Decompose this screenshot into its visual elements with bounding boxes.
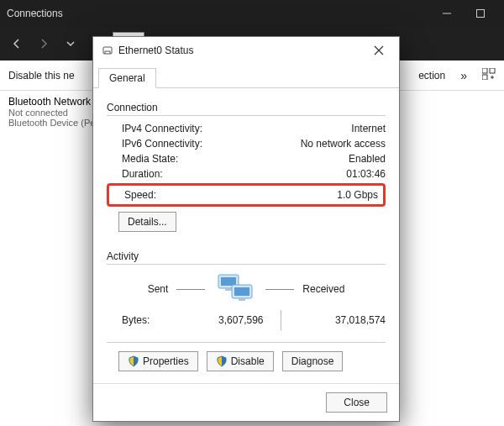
svg-rect-5 bbox=[482, 75, 487, 80]
group-activity: Activity bbox=[107, 250, 386, 262]
dialog-title: Ethernet0 Status bbox=[118, 45, 193, 56]
tabstrip: General bbox=[93, 67, 399, 88]
media-value: Enabled bbox=[285, 153, 386, 165]
dialog-close-button[interactable] bbox=[367, 39, 391, 62]
speed-value: 1.0 Gbps bbox=[277, 189, 378, 201]
nav-dropdown[interactable] bbox=[59, 30, 82, 57]
svg-rect-12 bbox=[239, 298, 245, 301]
maximize-button[interactable] bbox=[464, 0, 497, 27]
bytes-sent: 3,607,596 bbox=[176, 314, 281, 326]
disable-label: Disable bbox=[231, 355, 265, 367]
svg-rect-3 bbox=[482, 68, 487, 73]
chevron-down-icon bbox=[66, 39, 75, 48]
minimize-button[interactable] bbox=[430, 0, 464, 27]
row-ipv4: IPv4 Connectivity: Internet bbox=[107, 121, 386, 136]
parent-titlebar: Connections bbox=[0, 0, 504, 27]
cmd-overflow[interactable]: » bbox=[460, 69, 467, 82]
nav-forward-button[interactable] bbox=[32, 30, 55, 57]
maximize-icon bbox=[476, 9, 485, 18]
duration-label: Duration: bbox=[122, 168, 285, 180]
shield-icon bbox=[128, 355, 139, 367]
row-ipv6: IPv6 Connectivity: No network access bbox=[107, 136, 386, 151]
divider bbox=[107, 342, 386, 343]
duration-value: 01:03:46 bbox=[285, 168, 386, 180]
speed-label: Speed: bbox=[124, 189, 277, 201]
ipv6-value: No network access bbox=[285, 138, 386, 150]
cmd-connection[interactable]: ection bbox=[418, 70, 445, 82]
view-options-button[interactable] bbox=[482, 68, 496, 82]
row-bytes: Bytes: 3,607,596 37,018,574 bbox=[107, 308, 386, 332]
bytes-received: 37,018,574 bbox=[281, 314, 386, 326]
ethernet-status-dialog: Ethernet0 Status General Connection IPv4… bbox=[92, 36, 400, 422]
group-connection: Connection bbox=[107, 102, 386, 113]
dialog-titlebar[interactable]: Ethernet0 Status bbox=[93, 37, 399, 64]
ipv4-value: Internet bbox=[285, 123, 386, 134]
arrow-right-icon bbox=[38, 38, 50, 50]
activity-graphic: Sent Received bbox=[107, 273, 386, 305]
diagnose-button[interactable]: Diagnose bbox=[282, 351, 344, 371]
details-button[interactable]: Details... bbox=[118, 212, 176, 232]
nav-back-button[interactable] bbox=[5, 30, 29, 57]
view-icon bbox=[482, 68, 496, 80]
properties-label: Properties bbox=[143, 355, 189, 367]
shield-icon bbox=[216, 355, 228, 367]
ethernet-icon bbox=[102, 45, 113, 56]
ipv4-label: IPv4 Connectivity: bbox=[122, 123, 285, 134]
ipv6-label: IPv6 Connectivity: bbox=[122, 138, 285, 150]
properties-button[interactable]: Properties bbox=[118, 351, 198, 371]
row-media: Media State: Enabled bbox=[107, 151, 386, 166]
diagnose-label: Diagnose bbox=[291, 355, 334, 367]
divider bbox=[107, 115, 386, 116]
svg-rect-0 bbox=[477, 10, 485, 18]
close-label: Close bbox=[344, 397, 370, 408]
speed-highlight: Speed: 1.0 Gbps bbox=[107, 183, 386, 207]
close-icon bbox=[374, 45, 384, 55]
tab-general[interactable]: General bbox=[98, 68, 156, 88]
svg-rect-9 bbox=[225, 288, 232, 291]
dialog-footer: Close bbox=[93, 383, 399, 421]
sent-label: Sent bbox=[148, 283, 169, 295]
parent-title: Connections bbox=[7, 8, 63, 19]
media-label: Media State: bbox=[122, 153, 285, 165]
details-label: Details... bbox=[128, 216, 167, 228]
bytes-label: Bytes: bbox=[122, 314, 176, 326]
minimize-icon bbox=[443, 9, 451, 18]
divider bbox=[107, 264, 386, 265]
arrow-left-icon bbox=[11, 38, 23, 50]
close-button[interactable]: Close bbox=[326, 392, 387, 413]
row-duration: Duration: 01:03:46 bbox=[107, 166, 386, 181]
svg-rect-11 bbox=[234, 287, 249, 296]
computers-icon bbox=[213, 273, 257, 305]
svg-rect-4 bbox=[490, 68, 495, 73]
disable-button[interactable]: Disable bbox=[207, 351, 274, 371]
cmd-disable[interactable]: Disable this ne bbox=[8, 70, 75, 82]
received-label: Received bbox=[302, 283, 344, 295]
